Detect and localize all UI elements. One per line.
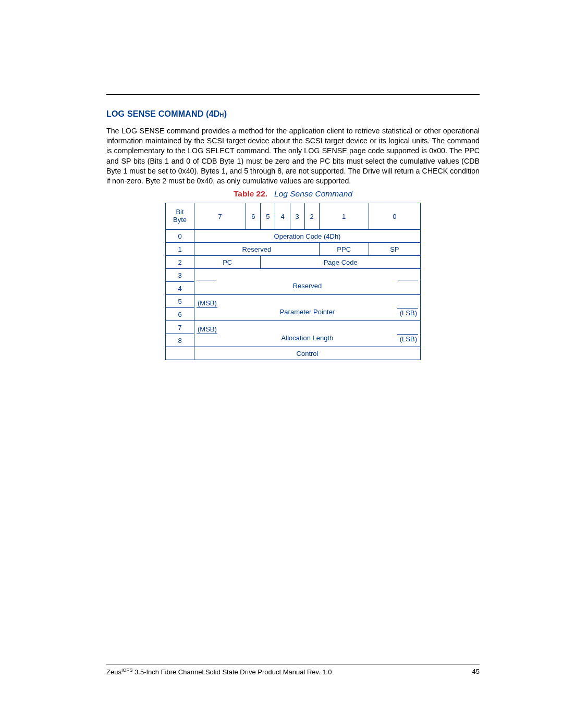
table-row: 5 (MSB) [166,295,421,308]
byte-index: 8 [166,334,194,347]
sp-cell: SP [369,243,420,256]
table-row: 2 PC Page Code [166,256,421,269]
table-row: 3 [166,269,421,282]
bit-col-1: 1 [319,203,369,230]
bit-col-7: 7 [194,203,246,230]
byte-index: 3 [166,269,194,282]
table-row: Bit Byte 7 6 5 4 3 2 1 0 [166,203,421,230]
byte-index: 7 [166,321,194,334]
param-pointer-top-right [369,295,420,308]
ppc-cell: PPC [319,243,369,256]
byte-index: 2 [166,256,194,269]
table-title: Log Sense Command [274,189,352,198]
control-cell: Control [194,347,421,360]
cdb-table-wrap: Bit Byte 7 6 5 4 3 2 1 0 0 Operation Cod… [165,203,421,360]
footer-rest: 3.5-Inch Fibre Channel Solid State Drive… [132,668,332,676]
footer-rule [106,664,480,664]
top-rule [106,94,480,95]
table-row: 7 (MSB) [166,321,421,334]
bit-col-0: 0 [369,203,420,230]
table-row: 1 Reserved PPC SP [166,243,421,256]
table-caption: Table 22. Log Sense Command [106,189,480,199]
bit-byte-header: Bit Byte [166,203,194,230]
footer-sup: IOPS [121,668,133,673]
byte-index: 0 [166,230,194,243]
byte-index: 1 [166,243,194,256]
byte-index: 5 [166,295,194,308]
msb-cell: (MSB) [194,321,246,334]
bit-col-5: 5 [261,203,275,230]
alloc-length-bottom-left [194,334,246,347]
page-footer: ZeusIOPS 3.5-Inch Fibre Channel Solid St… [106,664,480,676]
bit-col-2: 2 [304,203,319,230]
reserved-span-label: Reserved [246,282,369,295]
section-paragraph: The LOG SENSE command provides a method … [106,126,480,186]
table-row: 0 Operation Code (4Dh) [166,230,421,243]
footer-product: ZeusIOPS 3.5-Inch Fibre Channel Solid St… [106,668,332,676]
opcode-cell: Operation Code (4Dh) [194,230,421,243]
reserved-top-right [369,269,420,282]
pagecode-cell: Page Code [261,256,421,269]
bit-label: Bit [176,208,183,216]
page-number: 45 [472,668,480,676]
param-pointer-bottom-left [194,308,246,321]
reserved-span-top [246,269,369,282]
alloc-length-top-right [369,321,420,334]
pc-cell: PC [194,256,261,269]
table-row: 8 Allocation Length (LSB) [166,334,421,347]
byte-index: 4 [166,282,194,295]
footer-product-name: Zeus [106,668,121,676]
reserved-cell: Reserved [194,243,320,256]
param-pointer-span-top [246,295,369,308]
bit-col-6: 6 [246,203,261,230]
param-pointer-label: Parameter Pointer [246,308,369,321]
table-row: 4 Reserved [166,282,421,295]
alloc-length-span-top [246,321,369,334]
section-heading: LOG SENSE COMMAND (4Dh) [106,109,480,119]
byte-index: 6 [166,308,194,321]
reserved-bottom-left [194,282,246,295]
page: LOG SENSE COMMAND (4Dh) The LOG SENSE co… [0,0,563,728]
cdb-table: Bit Byte 7 6 5 4 3 2 1 0 0 Operation Cod… [165,203,421,360]
bit-col-3: 3 [290,203,304,230]
alloc-length-label: Allocation Length [246,334,369,347]
msb-cell: (MSB) [194,295,246,308]
table-label: Table 22. [234,189,267,198]
lsb-cell: (LSB) [369,308,420,321]
byte-index [166,347,194,360]
reserved-bottom-right [369,282,420,295]
reserved-top-left [194,269,246,282]
bit-col-4: 4 [275,203,290,230]
byte-label: Byte [173,216,187,224]
table-row: 6 Parameter Pointer (LSB) [166,308,421,321]
table-row: Control [166,347,421,360]
lsb-cell: (LSB) [369,334,420,347]
